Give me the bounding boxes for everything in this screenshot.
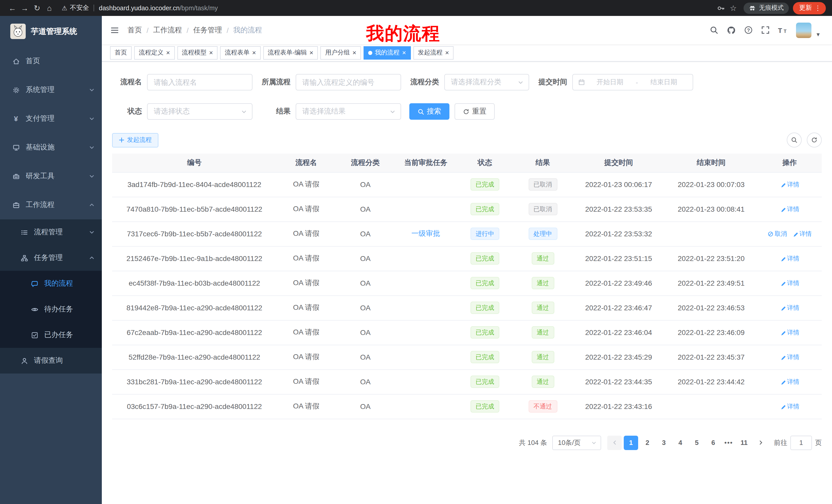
cell-end-time: 2022-01-22 23:51:20 <box>665 246 757 271</box>
page-number[interactable]: 2 <box>640 436 655 450</box>
tab-process-form-edit[interactable]: 流程表单-编辑 <box>263 46 318 59</box>
cancel-link[interactable]: 取消 <box>768 229 787 238</box>
table-row: 331bc281-7b9a-11ec-a290-acde48001122 OA … <box>112 369 822 394</box>
close-icon[interactable] <box>209 49 213 56</box>
sidebar-item-my-process[interactable]: 我的流程 <box>0 271 102 297</box>
sidebar-item-todo-tasks[interactable]: 待办任务 <box>0 297 102 322</box>
detail-link[interactable]: 详情 <box>792 229 812 238</box>
refresh-button[interactable] <box>807 133 822 147</box>
avatar[interactable] <box>796 22 811 38</box>
breadcrumb-item[interactable]: 任务管理 <box>193 25 222 35</box>
filter-owning-process: 所属流程 <box>261 74 401 90</box>
sidebar-item-payment[interactable]: 支付管理 <box>0 104 102 133</box>
tab-my-process[interactable]: 我的流程 <box>364 46 411 59</box>
sidebar-item-leave-query[interactable]: 请假查询 <box>0 348 102 373</box>
cell-process-name: OA 请假 <box>277 172 336 197</box>
update-button[interactable]: 更新 <box>793 2 826 14</box>
close-icon[interactable] <box>445 49 449 56</box>
category-select[interactable]: 请选择流程分类 <box>444 74 529 90</box>
page-number[interactable]: 3 <box>657 436 671 450</box>
tab-process-definition[interactable]: 流程定义 <box>134 46 175 59</box>
page-number[interactable]: 6 <box>706 436 721 450</box>
url-path: /bpm/task/my <box>180 4 218 11</box>
edit-icon <box>780 403 785 409</box>
cell-id: 3ad174fb-7b9d-11ec-8404-acde48001122 <box>112 172 277 197</box>
current-task-link[interactable]: 一级审批 <box>411 229 440 239</box>
cell-actions: 详情 <box>757 320 822 345</box>
result-select[interactable]: 请选择流结果 <box>296 103 401 120</box>
detail-link[interactable]: 详情 <box>780 205 799 214</box>
breadcrumb-item[interactable]: 首页 <box>128 25 142 35</box>
sidebar-item-home[interactable]: 首页 <box>0 47 102 76</box>
browser-home-icon[interactable] <box>43 4 55 12</box>
detail-link[interactable]: 详情 <box>780 353 799 361</box>
fullscreen-icon[interactable] <box>761 26 770 34</box>
search-toggle-button[interactable] <box>787 133 802 147</box>
result-badge: 通过 <box>531 375 554 388</box>
hamburger-icon[interactable] <box>102 25 128 35</box>
github-icon[interactable] <box>727 25 736 35</box>
search-icon[interactable] <box>710 26 718 34</box>
sidebar-item-infrastructure[interactable]: 基础设施 <box>0 133 102 162</box>
status-badge: 已完成 <box>470 178 499 191</box>
svg-text:T: T <box>778 26 782 34</box>
close-icon[interactable] <box>166 49 170 56</box>
goto-page-input[interactable] <box>790 436 812 450</box>
detail-link[interactable]: 详情 <box>780 303 799 312</box>
sidebar-item-workflow[interactable]: 工作流程 <box>0 191 102 219</box>
help-icon[interactable]: ? <box>744 26 753 34</box>
cell-end-time <box>665 221 757 246</box>
key-icon[interactable] <box>715 2 727 14</box>
tab-process-form[interactable]: 流程表单 <box>220 46 260 59</box>
page-number[interactable]: 5 <box>690 436 704 450</box>
status-select[interactable]: 请选择状态 <box>147 103 253 120</box>
prev-page-button[interactable] <box>607 436 622 450</box>
browser-menu-icon[interactable] <box>814 4 821 12</box>
close-icon[interactable] <box>402 49 406 56</box>
address-separator <box>94 5 94 11</box>
close-icon[interactable] <box>353 49 356 56</box>
page-number[interactable]: 1 <box>624 436 638 450</box>
address-bar[interactable]: 不安全 dashboard.yudao.iocoder.cn/bpm/task/… <box>62 4 218 12</box>
detail-link[interactable]: 详情 <box>780 180 799 189</box>
detail-link[interactable]: 详情 <box>780 402 799 411</box>
process-definition-input[interactable] <box>296 74 401 90</box>
page-number[interactable]: 11 <box>737 436 751 450</box>
page-size-select[interactable]: 10条/页 <box>552 436 601 450</box>
close-icon[interactable] <box>310 49 313 56</box>
sidebar-item-task-mgmt[interactable]: 任务管理 <box>0 245 102 271</box>
tab-process-model[interactable]: 流程模型 <box>177 46 217 59</box>
browser-reload-icon[interactable] <box>31 3 43 12</box>
close-icon[interactable] <box>252 49 256 56</box>
bookmark-star-icon[interactable] <box>727 2 739 14</box>
browser-back-icon[interactable] <box>6 4 19 12</box>
initiate-process-button[interactable]: 发起流程 <box>112 133 158 147</box>
tab-home[interactable]: 首页 <box>110 46 132 59</box>
cell-current-task <box>395 197 457 221</box>
page-number[interactable]: 4 <box>673 436 687 450</box>
submit-time-range[interactable]: 开始日期 - 结束日期 <box>572 74 693 90</box>
breadcrumb-item[interactable]: 工作流程 <box>153 25 182 35</box>
cell-end-time: 2022-01-22 23:45:37 <box>665 345 757 369</box>
font-size-icon[interactable]: TT <box>778 26 788 34</box>
tab-user-group[interactable]: 用户分组 <box>321 46 361 59</box>
tab-initiate-process[interactable]: 发起流程 <box>413 46 453 59</box>
next-page-button[interactable] <box>753 436 768 450</box>
detail-link[interactable]: 详情 <box>780 328 799 337</box>
detail-link[interactable]: 详情 <box>780 377 799 386</box>
sidebar-item-system[interactable]: 系统管理 <box>0 76 102 104</box>
pagination-total: 共 104 条 <box>519 438 547 447</box>
reset-button[interactable]: 重置 <box>454 103 495 120</box>
cell-actions: 详情 <box>757 369 822 394</box>
pagination-ellipsis[interactable]: ••• <box>722 439 736 446</box>
sidebar-item-process-mgmt[interactable]: 流程管理 <box>0 219 102 245</box>
chevron-down-icon[interactable] <box>816 31 820 38</box>
process-name-input[interactable] <box>147 74 253 90</box>
browser-forward-icon[interactable] <box>19 4 31 12</box>
detail-link[interactable]: 详情 <box>780 254 799 263</box>
cell-id: ec45f38f-7b9a-11ec-b03b-acde48001122 <box>112 271 277 296</box>
sidebar-item-done-tasks[interactable]: 已办任务 <box>0 322 102 348</box>
detail-link[interactable]: 详情 <box>780 279 799 287</box>
sidebar-item-devtools[interactable]: 研发工具 <box>0 162 102 191</box>
search-button[interactable]: 搜索 <box>409 103 449 120</box>
